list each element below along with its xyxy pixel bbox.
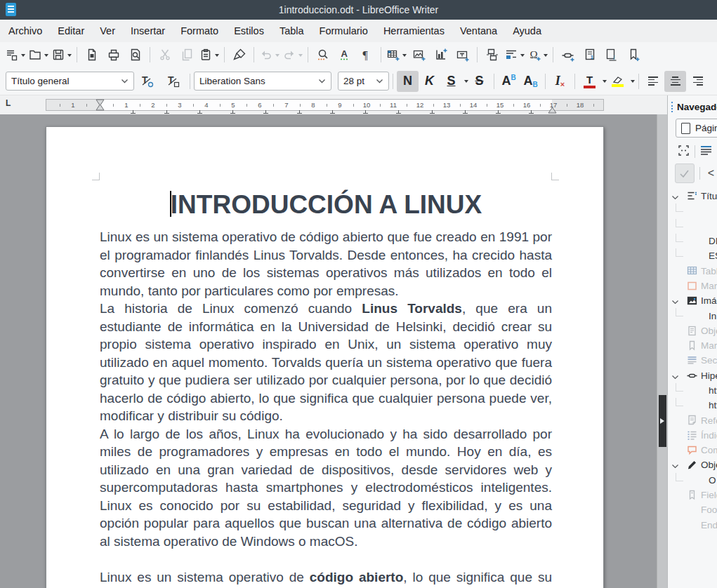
dropdown-arrow-icon[interactable] [544, 54, 548, 59]
tree-item-child-item[interactable] [668, 203, 717, 218]
new-style-button[interactable]: T [162, 72, 184, 91]
clear-formatting-button[interactable]: I× [549, 71, 571, 92]
collapse-chevron-icon[interactable] [671, 461, 679, 472]
list-view-button[interactable] [700, 145, 712, 159]
special-character-button[interactable]: Ω [526, 45, 549, 65]
tree-item-child-http[interactable]: http [668, 398, 717, 413]
dropdown-arrow-icon[interactable] [215, 54, 219, 59]
tree-item-fields[interactable]: Fields [668, 488, 717, 502]
paragraph-style-combo[interactable]: Título general [6, 72, 134, 91]
tree-item-imagenes[interactable]: Imágenes [668, 293, 717, 308]
strikethrough-button[interactable]: S [468, 71, 490, 92]
print-button[interactable] [103, 45, 124, 65]
tree-item-titulos[interactable]: Títulos [668, 189, 717, 203]
tree-item-objetos-ole[interactable]: Objetos OLE [668, 323, 717, 338]
tree-item-marcos[interactable]: Marcos [668, 279, 717, 293]
highlight-color-button[interactable] [607, 71, 629, 92]
save-button[interactable] [50, 45, 73, 65]
menu-formato[interactable]: Formato [173, 20, 226, 42]
title-bar[interactable]: 1introduccion.odt - LibreOffice Writer [0, 0, 717, 20]
clone-formatting-button[interactable] [228, 45, 250, 65]
tree-item-indices[interactable]: Índices [668, 428, 717, 443]
menu-tabla[interactable]: Tabla [272, 20, 312, 42]
new-document-button[interactable] [4, 45, 27, 65]
dropdown-arrow-icon[interactable] [21, 54, 25, 59]
insert-footnote-button[interactable]: 1 [579, 45, 600, 65]
tree-item-endnotes[interactable]: Endnotes [668, 518, 717, 533]
insert-chart-button[interactable] [430, 45, 452, 65]
dropdown-arrow-icon[interactable] [298, 54, 303, 59]
vertical-scrollbar[interactable] [657, 114, 667, 588]
indent-marker-left[interactable] [96, 99, 105, 114]
scrollbar-thumb[interactable] [659, 395, 666, 447]
menu-ventana[interactable]: Ventana [452, 20, 505, 42]
export-pdf-button[interactable] [81, 45, 103, 65]
tree-item-referencias[interactable]: Referencias [668, 413, 717, 427]
tree-item-child-es[interactable]: ES [668, 248, 717, 263]
insert-image-button[interactable] [408, 45, 430, 65]
open-button[interactable] [27, 45, 50, 65]
tree-item-child-item[interactable] [668, 219, 717, 234]
document-page[interactable]: INTRODUCCIÓN A LINUX Linux es un sistema… [46, 126, 604, 588]
font-size-combo[interactable]: 28 pt [338, 72, 389, 91]
formatting-marks-button[interactable]: ¶ [355, 45, 377, 65]
tree-item-tablas[interactable]: Tablas [668, 263, 717, 278]
find-replace-button[interactable] [312, 45, 334, 65]
tree-item-marcadores[interactable]: Marcadores [668, 338, 717, 353]
superscript-button[interactable]: AB [498, 71, 520, 92]
print-preview-button[interactable] [124, 45, 146, 65]
tree-item-child-o[interactable]: O [668, 473, 717, 488]
menu-insertar[interactable]: Insertar [123, 20, 173, 42]
update-style-button[interactable]: T [136, 72, 158, 91]
tree-item-objetos-de-dibujo[interactable]: Objetos de dibujo [668, 457, 717, 472]
dropdown-arrow-icon[interactable] [275, 54, 279, 59]
insert-textbox-button[interactable] [452, 45, 473, 65]
menu-formulario[interactable]: Formulario [312, 20, 376, 42]
align-center-button[interactable] [664, 71, 686, 92]
collapse-chevron-icon[interactable] [671, 297, 679, 307]
menu-archivo[interactable]: Archivo [1, 20, 50, 42]
collapse-chevron-icon[interactable] [671, 192, 679, 203]
underline-button[interactable]: S [440, 71, 462, 92]
navigate-back-button[interactable]: < [705, 167, 717, 180]
align-left-button[interactable] [643, 71, 664, 92]
insert-hyperlink-button[interactable] [557, 45, 579, 65]
menu-estilos[interactable]: Estilos [226, 20, 272, 42]
collapse-chevron-icon[interactable] [671, 372, 679, 382]
bold-button[interactable]: N [397, 71, 419, 92]
tree-item-child-di[interactable]: DI [668, 234, 717, 248]
dropdown-arrow-icon[interactable] [631, 80, 635, 85]
grip-icon[interactable] [671, 102, 673, 112]
dropdown-arrow-icon[interactable] [520, 54, 525, 59]
font-name-combo[interactable]: Liberation Sans [194, 72, 331, 91]
content-navigation-view-button[interactable] [678, 145, 690, 159]
menu-ver[interactable]: Ver [92, 20, 123, 42]
horizontal-ruler[interactable]: 1123456789101112131415161718 [46, 99, 604, 111]
dropdown-arrow-icon[interactable] [402, 54, 407, 59]
dropdown-arrow-icon[interactable] [67, 54, 72, 59]
menu-editar[interactable]: Editar [50, 20, 92, 42]
menu-herramientas[interactable]: Herramientas [376, 20, 452, 42]
dropdown-arrow-icon[interactable] [44, 54, 48, 59]
align-right-button[interactable] [686, 71, 708, 92]
page-break-button[interactable] [481, 45, 503, 65]
tree-item-footnotes[interactable]: Footnotes [668, 502, 717, 517]
sidebar-show-arrow-icon[interactable] [660, 418, 667, 424]
tree-item-child-http[interactable]: http [668, 383, 717, 398]
tree-item-child-in[interactable]: In [668, 308, 717, 323]
insert-table-button[interactable] [385, 45, 408, 65]
italic-button[interactable]: K [419, 71, 440, 92]
tree-item-secciones[interactable]: Secciones [668, 353, 717, 368]
tree-item-hiperenlaces[interactable]: Hiperenlaces [668, 368, 717, 383]
font-color-button[interactable]: T [579, 71, 600, 92]
menu-ayuda[interactable]: Ayuda [505, 20, 549, 42]
tab-stop-selector[interactable]: L [6, 98, 11, 108]
subscript-button[interactable]: AB [520, 71, 541, 92]
insert-endnote-button[interactable]: i [600, 45, 622, 65]
paste-button[interactable] [197, 45, 221, 65]
page-button[interactable]: Página [676, 119, 717, 138]
insert-field-button[interactable] [503, 45, 526, 65]
insert-bookmark-button[interactable] [622, 45, 644, 65]
tree-item-comentarios[interactable]: Comentarios [668, 443, 717, 457]
spelling-button[interactable]: A [334, 45, 355, 65]
